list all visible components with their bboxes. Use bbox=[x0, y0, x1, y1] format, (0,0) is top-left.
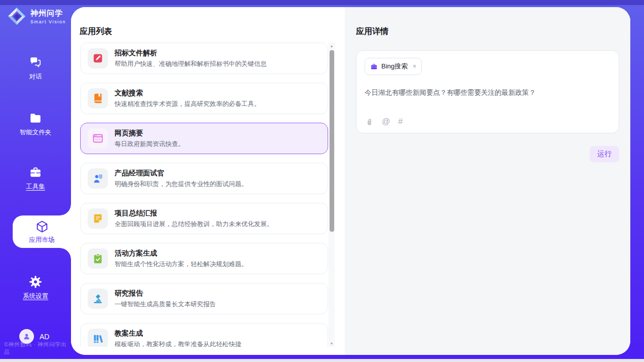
toolbox-icon bbox=[29, 166, 42, 179]
app-card-desc: 每日政府新闻资讯快查。 bbox=[115, 140, 185, 149]
app-list-title: 应用列表 bbox=[80, 26, 112, 37]
sidebar-item-label: 工具集 bbox=[26, 183, 45, 191]
app-card[interactable]: 教案生成 模板驱动，教案秒成，教学准备从此轻松快捷 bbox=[80, 323, 328, 347]
app-card-desc: 一键智能生成高质量长文本研究报告 bbox=[115, 300, 216, 309]
sidebar-item-label: 智能文件夹 bbox=[20, 128, 52, 137]
chip-close-icon[interactable]: × bbox=[413, 63, 416, 70]
presenter-icon bbox=[92, 173, 103, 184]
sidebar-item-settings[interactable]: 系统设置 bbox=[0, 275, 71, 301]
list-scrollbar[interactable]: ▲ ▼ bbox=[329, 43, 335, 347]
user-initials: AD bbox=[40, 333, 49, 341]
app-card-title: 文献搜索 bbox=[115, 89, 261, 98]
app-card-title: 研究报告 bbox=[115, 289, 216, 298]
paperclip-icon[interactable] bbox=[365, 118, 374, 126]
browser-code-icon bbox=[92, 133, 103, 144]
tool-chip-label: Bing搜索 bbox=[381, 62, 408, 71]
app-card-desc: 智能生成个性化活动方案，轻松解决规划难题。 bbox=[115, 260, 248, 269]
app-card[interactable]: 产品经理面试官 明确身份和职责，为您提供专业性的面试问题。 bbox=[80, 163, 328, 194]
top-strip bbox=[0, 0, 644, 5]
note-icon bbox=[92, 213, 103, 224]
app-card[interactable]: 招标文件解析 帮助用户快速、准确地理解和解析招标书中的关键信息 bbox=[80, 43, 328, 74]
composer-card: Bing搜索 × 今日湖北有哪些新闻要点？有哪些需要关注的最新政策？ @ # bbox=[356, 50, 619, 133]
cube-icon bbox=[35, 220, 49, 234]
app-card[interactable]: 项目总结汇报 全面回顾项目进展，总结经验教训，助力未来优化发展。 bbox=[80, 203, 328, 234]
tool-chip[interactable]: Bing搜索 × bbox=[365, 58, 422, 75]
app-card-desc: 明确身份和职责，为您提供专业性的面试问题。 bbox=[115, 180, 248, 189]
main-content: 应用列表 招标文件解析 帮助用户快速、准确地理解和解析招标书中的关键信息 文献搜… bbox=[71, 7, 630, 355]
microscope-icon bbox=[92, 293, 103, 304]
clipboard-check-icon bbox=[92, 253, 103, 264]
app-card-title: 活动方案生成 bbox=[115, 249, 248, 258]
sidebar-item-tools[interactable]: 工具集 bbox=[0, 166, 71, 191]
copyright-footer: ©神州数码 · 神州问学出品 bbox=[4, 341, 70, 356]
app-card-title: 产品经理面试官 bbox=[115, 169, 248, 178]
app-detail-title: 应用详情 bbox=[356, 26, 619, 37]
sidebar-item-label: 对话 bbox=[29, 73, 42, 81]
composer-toolbar: @ # bbox=[365, 117, 403, 126]
app-card[interactable]: 研究报告 一键智能生成高质量长文本研究报告 bbox=[80, 283, 328, 314]
sidebar-item-folders[interactable]: 智能文件夹 bbox=[0, 112, 71, 137]
chat-icon bbox=[29, 56, 42, 69]
app-card-desc: 全面回顾项目进展，总结经验教训，助力未来优化发展。 bbox=[115, 220, 273, 229]
scrollbar-down-arrow[interactable]: ▼ bbox=[329, 340, 335, 347]
bottom-strip bbox=[0, 359, 644, 362]
active-pill-curve-bottom bbox=[60, 248, 71, 259]
active-pill-curve-top bbox=[60, 204, 71, 215]
app-card-desc: 帮助用户快速、准确地理解和解析招标书中的关键信息 bbox=[115, 60, 267, 68]
briefcase-icon bbox=[370, 63, 378, 70]
sidebar-item-label: 系统设置 bbox=[23, 292, 48, 301]
app-list-panel: 应用列表 招标文件解析 帮助用户快速、准确地理解和解析招标书中的关键信息 文献搜… bbox=[71, 7, 345, 355]
folder-icon bbox=[29, 112, 42, 125]
query-text[interactable]: 今日湖北有哪些新闻要点？有哪些需要关注的最新政策？ bbox=[365, 88, 611, 98]
app-card-title: 招标文件解析 bbox=[115, 49, 267, 58]
hash-icon[interactable]: # bbox=[398, 117, 403, 126]
person-icon bbox=[22, 332, 31, 341]
app-card[interactable]: 网页摘要 每日政府新闻资讯快查。 bbox=[80, 123, 328, 154]
app-card-desc: 快速精准查找学术资源，提高研究效率的必备工具。 bbox=[115, 100, 261, 108]
scrollbar-thumb[interactable] bbox=[330, 50, 334, 232]
scrollbar-up-arrow[interactable]: ▲ bbox=[329, 43, 335, 49]
sidebar-nav: 对话 智能文件夹 工具集 应用市场 系统设置 bbox=[0, 0, 71, 362]
app-card-title: 网页摘要 bbox=[115, 129, 185, 138]
app-card[interactable]: 活动方案生成 智能生成个性化活动方案，轻松解决规划难题。 bbox=[80, 243, 328, 274]
book-icon bbox=[92, 93, 103, 104]
gear-icon bbox=[29, 275, 42, 288]
app-detail-panel: 应用详情 Bing搜索 × 今日湖北有哪些新闻要点？有哪些需要关注的最新政策？ … bbox=[345, 7, 630, 355]
sidebar-item-market[interactable]: 应用市场 bbox=[13, 215, 71, 248]
app-card-desc: 模板驱动，教案秒成，教学准备从此轻松快捷 bbox=[115, 340, 241, 347]
app-card-title: 教案生成 bbox=[115, 329, 241, 338]
sidebar-item-chat[interactable]: 对话 bbox=[0, 56, 71, 81]
app-card-title: 项目总结汇报 bbox=[115, 209, 273, 218]
at-icon[interactable]: @ bbox=[382, 117, 390, 126]
app-card[interactable]: 文献搜索 快速精准查找学术资源，提高研究效率的必备工具。 bbox=[80, 83, 328, 114]
sidebar: 神州问学 Smart Vision 对话 智能文件夹 工具集 应用市场 系统设置 bbox=[0, 0, 71, 362]
sidebar-item-label: 应用市场 bbox=[29, 236, 55, 244]
run-button[interactable]: 运行 bbox=[590, 146, 619, 162]
edit-doc-icon bbox=[92, 53, 103, 64]
app-card-list: 招标文件解析 帮助用户快速、准确地理解和解析招标书中的关键信息 文献搜索 快速精… bbox=[80, 43, 328, 347]
books-icon bbox=[92, 333, 103, 344]
